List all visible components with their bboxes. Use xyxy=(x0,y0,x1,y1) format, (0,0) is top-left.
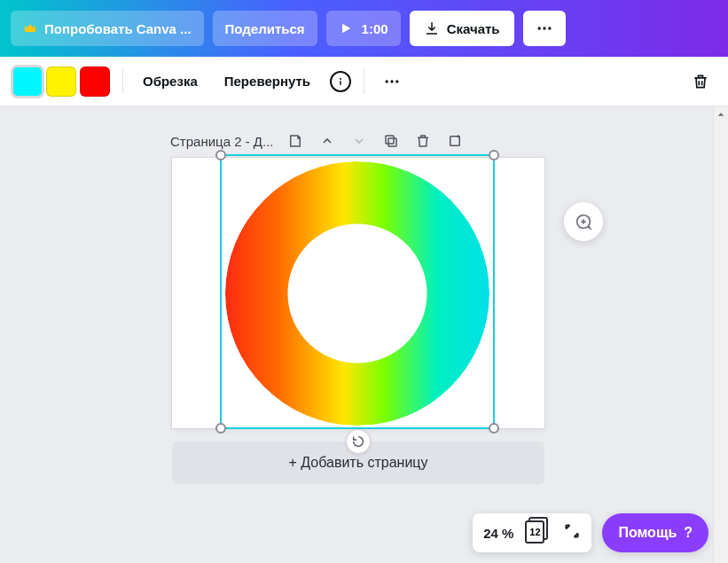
duplicate-icon xyxy=(383,133,399,149)
caret-up-icon xyxy=(716,110,725,119)
fullscreen-button[interactable] xyxy=(563,522,581,543)
trash-icon xyxy=(692,73,709,90)
vertical-scrollbar[interactable] xyxy=(713,106,728,563)
canvas-page[interactable] xyxy=(172,158,544,428)
page-label: Страница 2 - Д... xyxy=(170,134,273,149)
swatch-yellow[interactable] xyxy=(46,66,76,97)
question-icon: ? xyxy=(684,525,693,541)
top-bar: Попробовать Canva ... Поделиться 1:00 Ск… xyxy=(0,0,728,57)
chevron-up-icon xyxy=(320,134,334,148)
help-button[interactable]: Помощь ? xyxy=(602,513,708,552)
bottom-bar: 24 % 12 Помощь ? xyxy=(473,513,708,552)
svg-point-5 xyxy=(386,80,388,82)
svg-point-3 xyxy=(340,78,341,80)
canvas-area[interactable]: Страница 2 - Д... xyxy=(0,106,728,563)
swatch-cyan[interactable] xyxy=(12,66,43,97)
resize-handle-bl[interactable] xyxy=(215,423,226,434)
duplicate-page-button[interactable] xyxy=(378,128,404,154)
resize-handle-tr[interactable] xyxy=(489,150,499,160)
crown-icon xyxy=(23,21,37,35)
ellipsis-icon xyxy=(536,20,553,37)
resize-handle-tl[interactable] xyxy=(215,150,226,160)
chevron-down-icon xyxy=(352,134,366,148)
download-label: Скачать xyxy=(447,21,500,36)
zoom-group: 24 % 12 xyxy=(473,513,591,552)
trash-icon xyxy=(415,133,431,149)
scroll-up-button[interactable] xyxy=(714,106,728,121)
comment-icon xyxy=(574,212,593,231)
svg-point-1 xyxy=(543,27,545,29)
add-page-label: + Добавить страницу xyxy=(288,455,427,471)
share-label: Поделиться xyxy=(225,21,305,36)
info-icon xyxy=(335,76,346,87)
duration-label: 1:00 xyxy=(362,21,388,36)
svg-rect-9 xyxy=(388,138,396,146)
resize-handle-br[interactable] xyxy=(489,423,499,434)
page-up-button[interactable] xyxy=(314,128,341,154)
add-page-inline-button[interactable] xyxy=(442,128,468,154)
page-notes-button[interactable] xyxy=(282,128,309,154)
color-swatches xyxy=(12,66,110,97)
delete-button[interactable] xyxy=(685,66,716,97)
rotate-icon xyxy=(351,434,365,449)
svg-point-0 xyxy=(537,27,540,29)
page-controls: Страница 2 - Д... xyxy=(170,128,468,154)
svg-point-7 xyxy=(395,80,398,82)
zoom-percent[interactable]: 24 % xyxy=(483,526,513,541)
svg-rect-10 xyxy=(450,137,460,146)
tool-bar: Обрезка Перевернуть xyxy=(0,57,728,106)
delete-page-button[interactable] xyxy=(410,128,436,154)
download-button[interactable]: Скачать xyxy=(410,11,514,46)
try-canva-button[interactable]: Попробовать Canva ... xyxy=(11,11,204,46)
svg-rect-8 xyxy=(386,136,394,144)
fullscreen-icon xyxy=(563,522,581,540)
add-comment-button[interactable] xyxy=(564,202,603,241)
svg-point-6 xyxy=(390,80,393,82)
note-icon xyxy=(287,133,303,149)
crop-button[interactable]: Обрезка xyxy=(136,68,205,94)
swatch-red[interactable] xyxy=(80,66,110,97)
new-page-icon xyxy=(447,133,463,149)
page-down-button xyxy=(346,128,372,154)
play-icon xyxy=(339,21,353,35)
try-canva-label: Попробовать Canva ... xyxy=(44,21,192,36)
more-menu-button[interactable] xyxy=(523,11,566,46)
page-count-label: 12 xyxy=(525,520,544,543)
help-label: Помощь xyxy=(618,525,677,541)
selection-box[interactable] xyxy=(220,154,495,429)
divider xyxy=(122,69,123,94)
ellipsis-icon xyxy=(383,73,401,90)
info-button[interactable] xyxy=(330,71,351,92)
svg-point-2 xyxy=(548,27,551,29)
flip-button[interactable]: Перевернуть xyxy=(217,68,317,94)
add-page-button[interactable]: + Добавить страницу xyxy=(172,442,544,484)
svg-rect-4 xyxy=(340,81,341,85)
download-icon xyxy=(424,20,440,36)
more-tools-button[interactable] xyxy=(377,66,407,97)
rotate-handle[interactable] xyxy=(346,429,371,454)
play-button[interactable]: 1:00 xyxy=(326,11,401,46)
page-grid-button[interactable]: 12 xyxy=(526,520,551,546)
divider xyxy=(364,69,364,94)
share-button[interactable]: Поделиться xyxy=(213,11,317,46)
